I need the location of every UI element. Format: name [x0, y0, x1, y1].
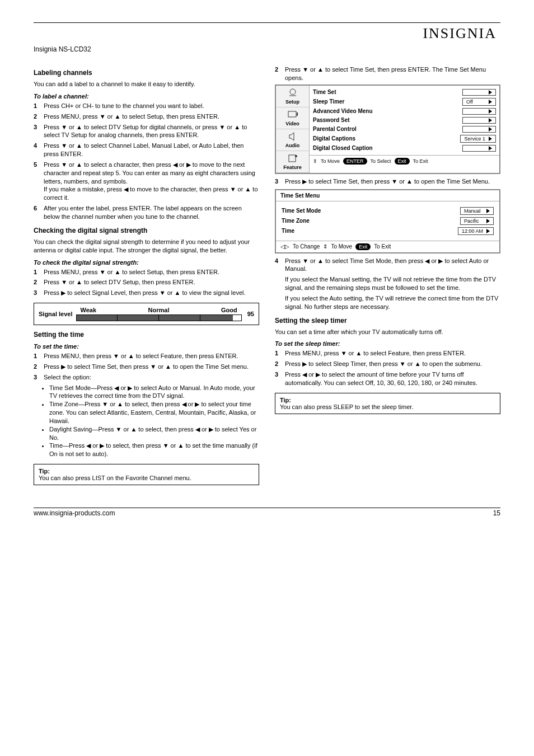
step-text: Press ▼ or ▲ to select DTV Setup for dig… [44, 123, 259, 140]
setup-icon [286, 88, 299, 98]
time-set-menu-screenshot: Time Set Menu Time Set Mode Manual Time … [275, 189, 500, 253]
tip-label: Tip: [280, 397, 291, 403]
chevron-right-icon [489, 137, 492, 141]
step-text: Press ▶ to select Time Set, then press ▼… [285, 177, 500, 186]
chevron-right-icon [489, 100, 492, 104]
menu-footer: ⇕ To Move ENTER To Select Exit To Exit [310, 156, 499, 167]
step-text: Press ▼ or ▲ to select DTV Setup, then p… [44, 278, 259, 287]
chevron-right-icon [486, 219, 490, 223]
menu-row-digital-cc[interactable]: Digital Closed Caption [313, 144, 496, 153]
time-bullet: Time—Press ◀ or ▶ to select, then press … [49, 442, 259, 458]
intro-signal: You can check the digital signal strengt… [34, 238, 259, 255]
step-text: Press ▶ to select Time Set, then press ▼… [44, 363, 259, 371]
updown-icon: ⇕ [323, 243, 327, 250]
chevron-right-icon [489, 127, 492, 132]
signal-meter-box: Signal level Weak Normal Good [34, 303, 259, 325]
to-sleep-heading: To set the sleep timer: [275, 340, 500, 347]
page-number: 15 [493, 509, 500, 517]
tab-audio[interactable]: Audio [276, 129, 309, 151]
exit-pill: Exit [355, 243, 371, 250]
leftright-icon: ◁▷ [280, 243, 289, 250]
menu-row-password-set[interactable]: Password Set [313, 116, 496, 125]
tab-video[interactable]: Video [276, 107, 309, 129]
audio-icon [286, 132, 299, 142]
chevron-right-icon [489, 90, 492, 95]
svg-rect-2 [297, 112, 298, 116]
menu-row-sleep-timer[interactable]: Sleep Timer Off [313, 97, 496, 107]
scale-normal: Normal [148, 307, 170, 313]
heading-labeling-channels: Labeling channels [34, 69, 259, 77]
step-text: After you enter the label, press ENTER. … [44, 204, 259, 221]
step-text: Press ▶ to select Signal Level, then pre… [44, 289, 259, 297]
step-text: Press MENU, then press ▼ or ▲ to select … [44, 352, 259, 360]
tip-box-right: Tip: You can also press SLEEP to set the… [275, 393, 500, 414]
auto-note: If you select the Auto setting, the TV w… [285, 294, 500, 311]
feature-icon [286, 153, 299, 163]
heading-time: Setting the time [34, 331, 259, 339]
heading-signal: Checking the digital signal strength [34, 227, 259, 234]
to-signal-heading: To check the digital signal strength: [34, 259, 259, 266]
step-num: 1 [275, 349, 285, 358]
left-column: Labeling channels You can add a label to… [34, 63, 259, 485]
step-text: Press ▼ or ▲ to select a character, then… [44, 161, 259, 202]
brand-logo: INSIGNIA [423, 25, 500, 42]
menu-row-digital-captions[interactable]: Digital Captions Service 1 [313, 134, 496, 144]
to-time-heading: To set the time: [34, 343, 259, 350]
feature-menu-screenshot: Setup Video Audio Feature [275, 84, 500, 174]
intro-labeling: You can add a label to a channel to make… [34, 80, 259, 88]
tip-text: You can also press LIST on the Favorite … [39, 475, 254, 481]
menu-row-advanced-video[interactable]: Advanced Video Menu [313, 107, 496, 116]
step-num: 3 [275, 370, 285, 387]
tab-feature[interactable]: Feature [276, 151, 309, 173]
ts-row-time[interactable]: Time 12:00 AM [282, 226, 494, 236]
time-set-menu-title: Time Set Menu [276, 190, 499, 201]
ts-row-mode[interactable]: Time Set Mode Manual [282, 206, 494, 216]
tab-setup[interactable]: Setup [276, 86, 309, 107]
ts-footer: ◁▷To Change ⇕To Move Exit To Exit [276, 241, 499, 252]
step-num: 1 [34, 102, 44, 110]
time-bullet: Time Zone—Press ▼ or ▲ to select, then p… [49, 400, 259, 425]
tip-text: You can also press SLEEP to set the slee… [280, 403, 495, 410]
step-text: Press CH+ or CH- to tune to the channel … [44, 102, 259, 110]
signal-meter-bar [76, 314, 242, 321]
to-label-heading: To label a channel: [34, 93, 259, 100]
step-num: 2 [275, 360, 285, 368]
step-num: 2 [34, 363, 44, 371]
step-num: 4 [34, 142, 44, 158]
svg-rect-1 [288, 111, 296, 117]
svg-point-0 [290, 89, 296, 95]
menu-tabs: Setup Video Audio Feature [276, 86, 310, 173]
right-column: 2Press ▼ or ▲ to select Time Set, then p… [275, 63, 500, 485]
step-num: 3 [34, 289, 44, 297]
video-icon [286, 110, 299, 120]
menu-row-parental-control[interactable]: Parental Control [313, 125, 496, 134]
step-num: 6 [34, 204, 44, 221]
step-num: 3 [34, 123, 44, 140]
step-text: Press ▼ or ▲ to select Time Set Mode, th… [285, 257, 500, 274]
tip-box-left: Tip: You can also press LIST on the Favo… [34, 464, 259, 485]
step-num: 4 [275, 257, 285, 274]
step-text: Press MENU, press ▼ or ▲ to select Setup… [44, 112, 259, 121]
step-num: 1 [34, 352, 44, 360]
step-text: Press ▼ or ▲ to select Time Set, then pr… [285, 65, 500, 82]
time-bullet: Daylight Saving—Press ▼ or ▲ to select, … [49, 425, 259, 442]
step-num: 5 [34, 161, 44, 202]
step-num: 3 [275, 177, 285, 186]
chevron-right-icon [489, 109, 492, 114]
step-num: 2 [34, 278, 44, 287]
step-text: Press MENU, press ▼ or ▲ to select Featu… [285, 349, 500, 358]
chevron-right-icon [486, 209, 490, 213]
heading-sleep: Setting the sleep timer [275, 317, 500, 325]
menu-row-time-set[interactable]: Time Set [313, 88, 496, 97]
step-text: Press ▼ or ▲ to select Channel Label, Ma… [44, 142, 259, 158]
ts-row-zone[interactable]: Time Zone Pacific [282, 216, 494, 226]
time-bullet: Time Set Mode—Press ◀ or ▶ to select Aut… [49, 384, 259, 401]
model-line: Insignia NS-LCD32 [34, 45, 500, 53]
step-text: Press MENU, press ▼ or ▲ to select Setup… [44, 268, 259, 276]
chevron-right-icon [486, 229, 490, 233]
step-num: 3 [34, 373, 44, 382]
updown-icon: ⇕ [313, 158, 317, 164]
step-text: Select the option: [44, 373, 259, 382]
step-num: 2 [275, 65, 285, 82]
manual-note: If you select the Manual setting, the TV… [285, 275, 500, 292]
